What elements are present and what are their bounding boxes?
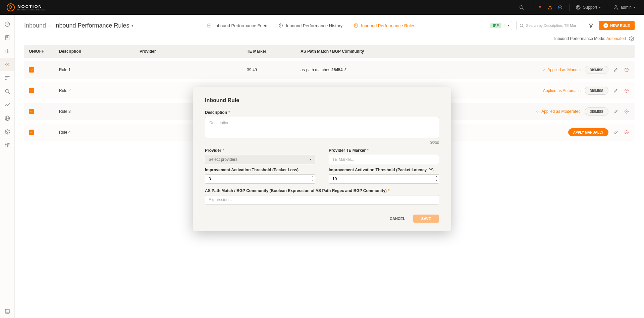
- char-count: 0/200: [205, 141, 439, 145]
- provider-select[interactable]: Select providers ▾: [205, 155, 315, 164]
- chevron-down-icon: ▾: [310, 158, 312, 161]
- spinner-buttons[interactable]: ▲▼: [435, 175, 438, 182]
- te-marker-label: Provider TE Marker*: [329, 148, 439, 153]
- provider-placeholder: Select providers: [209, 157, 237, 162]
- modal-footer: CANCEL SAVE: [205, 215, 439, 223]
- chevron-up-icon[interactable]: ▲: [312, 175, 314, 178]
- description-label: Description*: [205, 110, 439, 115]
- spinner-buttons[interactable]: ▲▼: [312, 175, 314, 182]
- cancel-button[interactable]: CANCEL: [386, 215, 409, 223]
- te-marker-input[interactable]: [329, 155, 439, 164]
- provider-label: Provider*: [205, 148, 315, 153]
- threshold-latency-input[interactable]: [329, 174, 439, 184]
- aspath-input[interactable]: [205, 195, 439, 205]
- description-input[interactable]: [205, 117, 439, 138]
- aspath-label: AS Path Match / BGP Community (Boolean E…: [205, 188, 439, 193]
- modal-title: Inbound Rule: [205, 97, 439, 103]
- chevron-up-icon[interactable]: ▲: [435, 175, 438, 178]
- threshold-latency-label: Improvement Activation Threshold (Packet…: [329, 168, 439, 172]
- chevron-down-icon[interactable]: ▼: [435, 179, 438, 182]
- threshold-loss-label: Improvement Activation Threshold (Packet…: [205, 168, 315, 172]
- chevron-down-icon[interactable]: ▼: [312, 179, 314, 182]
- save-button[interactable]: SAVE: [413, 215, 439, 223]
- threshold-loss-input[interactable]: [205, 174, 315, 184]
- inbound-rule-modal: Inbound Rule Description* 0/200 Provider…: [193, 87, 451, 231]
- modal-overlay: Inbound Rule Description* 0/200 Provider…: [0, 0, 644, 318]
